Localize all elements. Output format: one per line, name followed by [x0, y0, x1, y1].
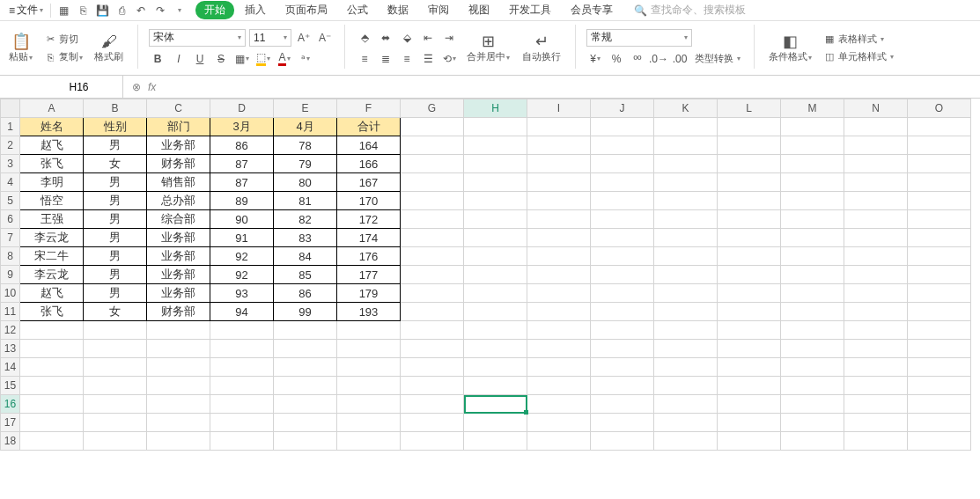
cell-L18[interactable] [718, 432, 781, 451]
cell-A16[interactable] [20, 395, 84, 414]
cancel-formula-icon[interactable]: ⊗ [132, 81, 141, 93]
cell-L10[interactable] [718, 284, 781, 303]
cell-F12[interactable] [337, 321, 401, 340]
cell-K15[interactable] [654, 377, 718, 395]
cell-J6[interactable] [591, 210, 654, 229]
cell-L11[interactable] [718, 303, 781, 321]
cell-G8[interactable] [401, 247, 464, 266]
tab-开发工具[interactable]: 开发工具 [500, 1, 560, 19]
cell-E13[interactable] [274, 340, 337, 358]
cell-B5[interactable]: 男 [84, 192, 147, 210]
cell-E2[interactable]: 78 [274, 136, 337, 155]
col-header-A[interactable]: A [20, 99, 84, 118]
cell-G18[interactable] [401, 432, 464, 451]
cell-J1[interactable] [591, 118, 654, 136]
cell-D11[interactable]: 94 [210, 303, 274, 321]
file-menu[interactable]: ≡ 文件 ▾ [4, 2, 48, 19]
conditional-format-button[interactable]: ◧ 条件格式 [765, 31, 815, 65]
cell-L2[interactable] [718, 136, 781, 155]
cell-K7[interactable] [654, 229, 718, 247]
cell-D13[interactable] [210, 340, 274, 358]
cell-C13[interactable] [147, 340, 210, 358]
row-header-2[interactable]: 2 [1, 136, 20, 155]
col-header-D[interactable]: D [210, 99, 274, 118]
cell-L7[interactable] [718, 229, 781, 247]
col-header-K[interactable]: K [654, 99, 718, 118]
cell-L13[interactable] [718, 340, 781, 358]
cell-F10[interactable]: 179 [337, 284, 401, 303]
row-header-5[interactable]: 5 [1, 192, 20, 210]
cell-K18[interactable] [654, 432, 718, 451]
cell-N7[interactable] [844, 229, 908, 247]
cell-I17[interactable] [527, 414, 591, 432]
col-header-I[interactable]: I [527, 99, 591, 118]
row-header-11[interactable]: 11 [1, 303, 20, 321]
cell-L12[interactable] [718, 321, 781, 340]
cell-A2[interactable]: 赵飞 [20, 136, 84, 155]
cell-F3[interactable]: 166 [337, 155, 401, 173]
row-header-14[interactable]: 14 [1, 358, 20, 377]
cell-B9[interactable]: 男 [84, 266, 147, 284]
tab-视图[interactable]: 视图 [460, 1, 498, 19]
cell-M17[interactable] [781, 414, 844, 432]
cell-A9[interactable]: 李云龙 [20, 266, 84, 284]
cell-H10[interactable] [464, 284, 527, 303]
col-header-J[interactable]: J [591, 99, 654, 118]
cell-L3[interactable] [718, 155, 781, 173]
cell-O8[interactable] [908, 247, 971, 266]
cell-J15[interactable] [591, 377, 654, 395]
cell-G5[interactable] [401, 192, 464, 210]
row-header-6[interactable]: 6 [1, 210, 20, 229]
row-header-4[interactable]: 4 [1, 173, 20, 192]
qat-dropdown-icon[interactable]: ▾ [173, 4, 187, 18]
col-header-N[interactable]: N [844, 99, 908, 118]
cell-H2[interactable] [464, 136, 527, 155]
cell-E11[interactable]: 99 [274, 303, 337, 321]
cell-L16[interactable] [718, 395, 781, 414]
cell-K12[interactable] [654, 321, 718, 340]
cell-A11[interactable]: 张飞 [20, 303, 84, 321]
fx-icon[interactable]: fx [148, 81, 156, 93]
cell-N8[interactable] [844, 247, 908, 266]
cell-N1[interactable] [844, 118, 908, 136]
cell-I1[interactable] [527, 118, 591, 136]
cell-O4[interactable] [908, 173, 971, 192]
cell-E6[interactable]: 82 [274, 210, 337, 229]
wrap-text-button[interactable]: ↵ 自动换行 [519, 31, 564, 65]
cell-J9[interactable] [591, 266, 654, 284]
cell-J5[interactable] [591, 192, 654, 210]
cell-J2[interactable] [591, 136, 654, 155]
cell-I16[interactable] [527, 395, 591, 414]
cell-L9[interactable] [718, 266, 781, 284]
cell-D6[interactable]: 90 [210, 210, 274, 229]
bold-button[interactable]: B [149, 50, 166, 68]
cell-N3[interactable] [844, 155, 908, 173]
cell-I8[interactable] [527, 247, 591, 266]
cell-B17[interactable] [84, 414, 147, 432]
cell-B11[interactable]: 女 [84, 303, 147, 321]
col-header-E[interactable]: E [274, 99, 337, 118]
row-header-9[interactable]: 9 [1, 266, 20, 284]
cell-C2[interactable]: 业务部 [147, 136, 210, 155]
cell-style-button[interactable]: ◫单元格样式 [821, 49, 896, 65]
cell-B15[interactable] [84, 377, 147, 395]
cell-H7[interactable] [464, 229, 527, 247]
cell-O7[interactable] [908, 229, 971, 247]
cell-G1[interactable] [401, 118, 464, 136]
cell-N10[interactable] [844, 284, 908, 303]
cell-B3[interactable]: 女 [84, 155, 147, 173]
cell-M11[interactable] [781, 303, 844, 321]
cell-M1[interactable] [781, 118, 844, 136]
row-header-10[interactable]: 10 [1, 284, 20, 303]
cell-O5[interactable] [908, 192, 971, 210]
cell-J3[interactable] [591, 155, 654, 173]
cell-D9[interactable]: 92 [210, 266, 274, 284]
cell-A15[interactable] [20, 377, 84, 395]
cell-I11[interactable] [527, 303, 591, 321]
cell-M12[interactable] [781, 321, 844, 340]
cell-O2[interactable] [908, 136, 971, 155]
col-header-C[interactable]: C [147, 99, 210, 118]
cell-I4[interactable] [527, 173, 591, 192]
row-header-3[interactable]: 3 [1, 155, 20, 173]
cell-C14[interactable] [147, 358, 210, 377]
